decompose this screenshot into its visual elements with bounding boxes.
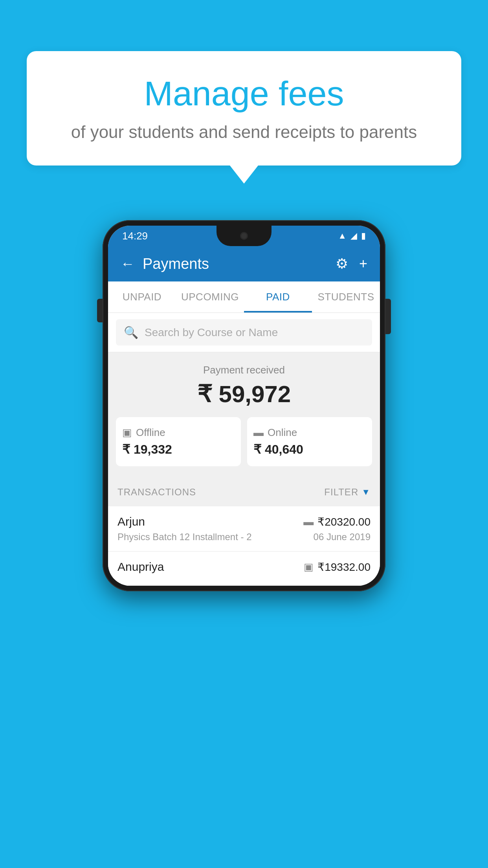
filter-icon: ▼ [361, 487, 371, 497]
online-amount: ₹ 40,640 [253, 442, 303, 457]
header-right: ⚙ + [336, 256, 367, 272]
tab-upcoming[interactable]: UPCOMING [176, 281, 244, 313]
transaction-amount-arjun: ₹20320.00 [317, 515, 371, 528]
transaction-name-anupriya: Anupriya [117, 560, 164, 574]
filter-button[interactable]: FILTER ▼ [324, 487, 371, 498]
transaction-item-anupriya[interactable]: Anupriya ▣ ₹19332.00 [108, 552, 380, 586]
signal-icon: ◢ [350, 231, 357, 241]
transaction-amount-row: ▬ ₹20320.00 [303, 515, 371, 528]
transaction-detail-arjun: Physics Batch 12 Installment - 2 [117, 531, 251, 542]
wifi-icon: ▲ [338, 231, 347, 241]
speech-bubble-section: Manage fees of your students and send re… [27, 51, 461, 184]
tab-unpaid[interactable]: UNPAID [108, 281, 176, 313]
payment-cards: ▣ Offline ₹ 19,332 ▬ Online ₹ 40,640 [116, 417, 372, 466]
transaction-amount-row-anupriya: ▣ ₹19332.00 [304, 561, 371, 574]
search-container: 🔍 Search by Course or Name [108, 313, 380, 352]
back-button[interactable]: ← [121, 256, 135, 272]
transactions-header: TRANSACTIONS FILTER ▼ [108, 478, 380, 506]
filter-text: FILTER [324, 487, 358, 498]
offline-payment-icon: ▣ [122, 427, 132, 439]
battery-icon: ▮ [361, 231, 366, 241]
offline-label: Offline [136, 427, 165, 439]
offline-amount: ₹ 19,332 [122, 442, 172, 457]
bubble-subtitle: of your students and send receipts to pa… [58, 122, 430, 142]
tab-students[interactable]: STUDENTS [312, 281, 380, 313]
phone-device: 14:29 ▲ ◢ ▮ ← Payments ⚙ + [103, 220, 385, 591]
search-input[interactable]: Search by Course or Name [145, 326, 278, 339]
online-payment-icon: ▬ [253, 427, 264, 439]
camera-dot [240, 232, 248, 240]
header-left: ← Payments [121, 256, 209, 272]
transaction-row1-anupriya: Anupriya ▣ ₹19332.00 [117, 560, 371, 574]
search-icon: 🔍 [124, 326, 138, 339]
tabs-container: UNPAID UPCOMING PAID STUDENTS [108, 281, 380, 313]
search-bar[interactable]: 🔍 Search by Course or Name [116, 319, 372, 346]
status-icons: ▲ ◢ ▮ [338, 231, 366, 241]
payment-received-label: Payment received [116, 364, 372, 376]
payment-summary: Payment received ₹ 59,972 ▣ Offline ₹ 19… [108, 352, 380, 478]
tab-paid[interactable]: PAID [244, 281, 312, 313]
online-payment-card: ▬ Online ₹ 40,640 [247, 417, 372, 466]
speech-bubble-tail [230, 166, 258, 184]
speech-bubble: Manage fees of your students and send re… [27, 51, 461, 166]
offline-payment-card: ▣ Offline ₹ 19,332 [116, 417, 241, 466]
bubble-title: Manage fees [58, 75, 430, 113]
transaction-name-arjun: Arjun [117, 515, 145, 528]
phone-screen: 14:29 ▲ ◢ ▮ ← Payments ⚙ + [108, 226, 380, 586]
payment-total-amount: ₹ 59,972 [116, 380, 372, 408]
app-header: ← Payments ⚙ + [108, 246, 380, 281]
phone-notch [216, 226, 272, 246]
status-time: 14:29 [122, 230, 148, 242]
transaction-item-arjun[interactable]: Arjun ▬ ₹20320.00 Physics Batch 12 Insta… [108, 506, 380, 552]
transaction-date-arjun: 06 June 2019 [314, 531, 371, 542]
transaction-row1: Arjun ▬ ₹20320.00 [117, 515, 371, 528]
offline-card-header: ▣ Offline [122, 427, 165, 439]
transaction-payment-type-icon-arjun: ▬ [303, 516, 314, 528]
transactions-label: TRANSACTIONS [117, 487, 196, 498]
header-title: Payments [143, 256, 209, 272]
gear-icon[interactable]: ⚙ [336, 256, 348, 272]
plus-icon[interactable]: + [359, 256, 367, 272]
online-label: Online [268, 427, 297, 439]
online-card-header: ▬ Online [253, 427, 297, 439]
transaction-payment-type-icon-anupriya: ▣ [304, 561, 314, 573]
transaction-row2-arjun: Physics Batch 12 Installment - 2 06 June… [117, 531, 371, 542]
phone-outer-shell: 14:29 ▲ ◢ ▮ ← Payments ⚙ + [103, 220, 385, 591]
transaction-amount-anupriya: ₹19332.00 [317, 561, 371, 574]
